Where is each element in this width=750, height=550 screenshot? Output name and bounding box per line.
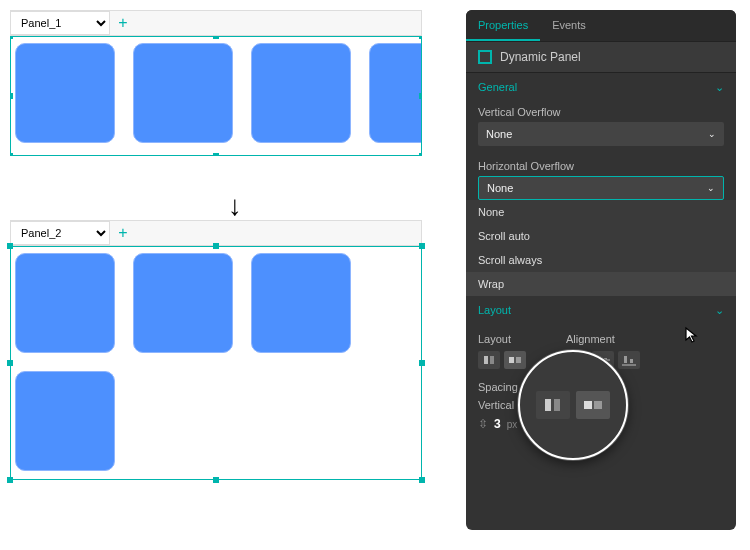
layout-buttons <box>478 351 526 369</box>
selection-box[interactable] <box>10 36 422 156</box>
field-label: Vertical Overflow <box>478 106 724 118</box>
panel-header: Panel_1 + <box>10 10 422 36</box>
tile[interactable] <box>15 253 115 353</box>
horizontal-overflow-select[interactable]: None ⌄ <box>478 176 724 200</box>
tab-events[interactable]: Events <box>540 10 598 41</box>
vertical-spacing-icon: ⇳ <box>478 417 488 431</box>
svg-rect-11 <box>624 356 627 363</box>
tab-properties[interactable]: Properties <box>466 10 540 41</box>
section-layout[interactable]: Layout ⌄ <box>466 296 736 325</box>
chevron-down-icon: ⌄ <box>708 129 716 139</box>
dropdown-option-none[interactable]: None <box>466 200 736 224</box>
chevron-down-icon: ⌄ <box>715 81 724 94</box>
section-general[interactable]: General ⌄ <box>466 73 736 102</box>
svg-rect-0 <box>484 356 488 364</box>
component-name: Dynamic Panel <box>500 50 581 64</box>
design-canvas[interactable]: Panel_1 + ↓ Panel_2 + <box>10 10 422 480</box>
panel-name-select[interactable]: Panel_2 <box>10 221 110 245</box>
tile-row-wrapped <box>11 247 421 477</box>
layout-horizontal-button[interactable] <box>504 351 526 369</box>
dynamic-panel-icon <box>478 50 492 64</box>
svg-rect-13 <box>545 399 551 411</box>
tile-row <box>11 37 421 149</box>
tile[interactable] <box>133 253 233 353</box>
tile[interactable] <box>369 43 422 143</box>
component-header: Dynamic Panel <box>466 42 736 73</box>
arrow-down-icon: ↓ <box>220 190 250 222</box>
field-label: Horizontal Overflow <box>478 160 724 172</box>
dropdown-option-scroll-always[interactable]: Scroll always <box>466 248 736 272</box>
tile[interactable] <box>15 43 115 143</box>
tile[interactable] <box>133 43 233 143</box>
spacing-vertical: Vertical ⇳ 3 px <box>478 399 517 431</box>
panel-2[interactable]: Panel_2 + <box>10 220 422 480</box>
spacing-vertical-input[interactable]: ⇳ 3 px <box>478 417 517 431</box>
dropdown-option-scroll-auto[interactable]: Scroll auto <box>466 224 736 248</box>
svg-rect-1 <box>490 356 494 364</box>
svg-rect-15 <box>584 401 592 409</box>
layout-horizontal-button-zoom <box>576 391 610 419</box>
field-horizontal-overflow: Horizontal Overflow None ⌄ <box>466 156 736 200</box>
vertical-overflow-select[interactable]: None ⌄ <box>478 122 724 146</box>
add-state-button[interactable]: + <box>110 14 136 32</box>
layout-free-button-zoom <box>536 391 570 419</box>
selection-box[interactable] <box>10 246 422 480</box>
panel-name-select[interactable]: Panel_1 <box>10 11 110 35</box>
svg-rect-14 <box>554 399 560 411</box>
tile[interactable] <box>251 253 351 353</box>
chevron-down-icon: ⌄ <box>707 183 715 193</box>
svg-rect-3 <box>516 357 521 363</box>
tile[interactable] <box>251 43 351 143</box>
svg-rect-12 <box>630 359 633 363</box>
magnifier-lens <box>518 350 628 460</box>
field-vertical-overflow: Vertical Overflow None ⌄ <box>466 102 736 156</box>
layout-label: Layout <box>478 333 526 345</box>
dropdown-option-wrap[interactable]: Wrap <box>466 272 736 296</box>
inspector-tabs: Properties Events <box>466 10 736 42</box>
add-state-button[interactable]: + <box>110 224 136 242</box>
alignment-label: Alignment <box>566 333 640 345</box>
tile[interactable] <box>15 371 115 471</box>
cursor-icon <box>684 326 702 344</box>
dropdown-list: None Scroll auto Scroll always Wrap <box>466 200 736 296</box>
chevron-down-icon: ⌄ <box>715 304 724 317</box>
panel-1[interactable]: Panel_1 + <box>10 10 422 156</box>
layout-free-button[interactable] <box>478 351 500 369</box>
svg-rect-2 <box>509 357 514 363</box>
align-bottom-button[interactable] <box>618 351 640 369</box>
svg-rect-16 <box>594 401 602 409</box>
